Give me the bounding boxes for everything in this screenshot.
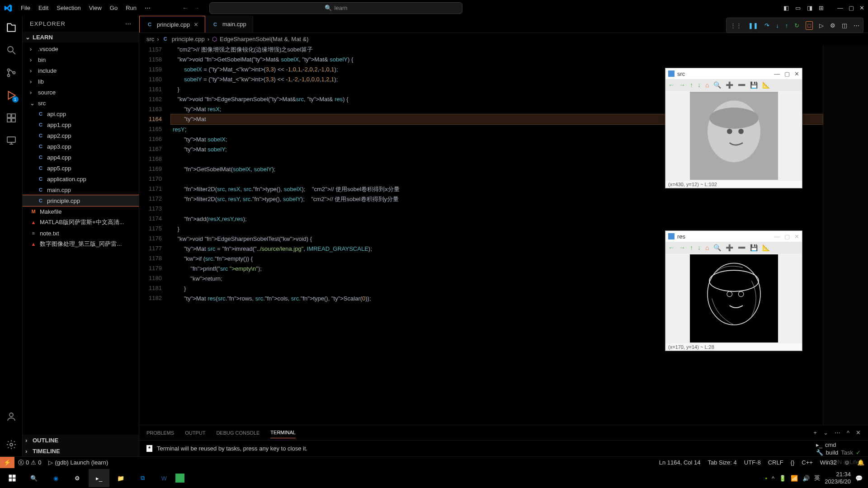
layout-panel-icon[interactable]: ▭: [795, 5, 801, 11]
close-panel-icon[interactable]: ✕: [856, 429, 861, 436]
accounts-icon[interactable]: [5, 410, 18, 423]
more-icon[interactable]: ⋯: [854, 22, 859, 29]
extensions-icon[interactable]: [5, 112, 18, 124]
terminal-session-build[interactable]: 🔧build Task ✓: [816, 449, 861, 456]
layout-sidebar-left-icon[interactable]: ◧: [783, 5, 789, 11]
remote-indicator[interactable]: ⚡: [0, 457, 14, 468]
file-app5.cpp[interactable]: Capp5.cpp: [23, 163, 139, 174]
maximize-icon[interactable]: ▢: [784, 70, 790, 77]
terminal-more-icon[interactable]: ⋯: [835, 429, 840, 436]
stop-icon[interactable]: □: [806, 21, 813, 30]
save-icon[interactable]: 💾: [750, 244, 758, 251]
explorer-icon[interactable]: [5, 21, 18, 34]
status-cursor[interactable]: Ln 1164, Col 14: [656, 459, 704, 466]
settings-gear-icon[interactable]: [5, 438, 18, 451]
app-taskbar-icon[interactable]: [175, 474, 184, 483]
float-titlebar[interactable]: res —▢✕: [665, 231, 802, 242]
home-icon[interactable]: ⌂: [705, 244, 709, 251]
explorer-more-icon[interactable]: ⋯: [125, 20, 132, 27]
debug-more-icon[interactable]: ▷: [819, 22, 824, 29]
word-taskbar-icon[interactable]: W: [154, 469, 175, 487]
taskbar-clock[interactable]: 21:34 2023/6/20: [825, 471, 851, 485]
file-root[interactable]: MMakefile: [23, 206, 139, 217]
vscode-taskbar-icon[interactable]: ⧉: [132, 469, 153, 487]
maximize-icon[interactable]: ▢: [849, 5, 854, 11]
layout-customize-icon[interactable]: ⊞: [819, 5, 824, 11]
timeline-header[interactable]: › TIMELINE: [23, 446, 139, 456]
arrow-left-icon[interactable]: ←: [668, 244, 675, 251]
notifications-icon[interactable]: 💬: [855, 475, 863, 482]
arrow-down-icon[interactable]: ↓: [698, 244, 701, 251]
nav-forward-icon[interactable]: →: [193, 5, 199, 11]
tab-output[interactable]: OUTPUT: [185, 427, 205, 438]
source-control-icon[interactable]: [5, 66, 18, 79]
arrow-left-icon[interactable]: ←: [668, 81, 675, 89]
tray-up-icon[interactable]: ^: [772, 475, 774, 482]
step-out-icon[interactable]: ↑: [785, 22, 788, 29]
status-encoding[interactable]: UTF-8: [741, 459, 764, 466]
file-api.cpp[interactable]: Capi.cpp: [23, 108, 139, 119]
zoom-in-icon[interactable]: ➕: [726, 81, 733, 89]
tray-volume-icon[interactable]: 🔊: [802, 475, 810, 482]
tab-main.cpp[interactable]: Cmain.cpp: [205, 16, 253, 33]
breadcrumb[interactable]: src › C principle.cpp › ⬡ EdgeSharpenSob…: [139, 33, 868, 45]
pause-icon[interactable]: ❚❚: [748, 22, 758, 29]
file-root[interactable]: ▲MATLAB版冈萨雷斯+中文高清...: [23, 217, 139, 228]
search-activity-icon[interactable]: [5, 44, 18, 56]
new-terminal-icon[interactable]: +: [813, 429, 817, 436]
status-lang[interactable]: C++: [798, 459, 816, 466]
tray-nvidia-icon[interactable]: ▪: [765, 475, 767, 482]
breadcrumb-file[interactable]: principle.cpp: [172, 36, 205, 42]
start-button[interactable]: [2, 469, 23, 487]
close-icon[interactable]: ✕: [794, 70, 799, 77]
arrow-down-icon[interactable]: ↓: [698, 81, 701, 89]
float-titlebar[interactable]: src —▢✕: [665, 68, 802, 79]
file-main.cpp[interactable]: Cmain.cpp: [23, 184, 139, 195]
drag-handle-icon[interactable]: ⋮⋮: [730, 22, 742, 29]
minimize-icon[interactable]: —: [774, 70, 780, 77]
file-app3.cpp[interactable]: Capp3.cpp: [23, 141, 139, 152]
save-icon[interactable]: 💾: [750, 81, 758, 89]
tab-terminal[interactable]: TERMINAL: [270, 427, 296, 438]
status-eol[interactable]: CRLF: [764, 459, 787, 466]
file-root[interactable]: ▲数字图像处理_第三版_冈萨雷...: [23, 239, 139, 249]
search-input[interactable]: 🔍 learn: [209, 2, 462, 14]
folder-src[interactable]: ⌄src: [23, 98, 139, 108]
close-icon[interactable]: ✕: [794, 233, 799, 240]
status-launch[interactable]: ▷(gdb) Launch (learn): [45, 457, 112, 468]
zoom-in-icon[interactable]: ➕: [726, 244, 733, 251]
nav-back-icon[interactable]: ←: [182, 5, 188, 11]
debug-toolbar[interactable]: ⋮⋮ ❚❚ ↷ ↓ ↑ ↻ □ ▷ ⚙ ◫ ⋯: [726, 18, 863, 33]
minimize-icon[interactable]: —: [837, 5, 843, 11]
status-brackets[interactable]: {}: [787, 459, 798, 466]
home-icon[interactable]: ⌂: [705, 81, 709, 89]
file-app1.cpp[interactable]: Capp1.cpp: [23, 119, 139, 130]
tab-debug-console[interactable]: DEBUG CONSOLE: [216, 427, 259, 438]
layout-sidebar-right-icon[interactable]: ◨: [807, 5, 812, 11]
terminal-session-cmd[interactable]: ▸_cmd: [816, 441, 861, 448]
settings-taskbar-icon[interactable]: ⚙: [67, 469, 88, 487]
tray-wifi-icon[interactable]: 📶: [791, 475, 798, 482]
image-window-res[interactable]: res —▢✕ ← → ↑ ↓ ⌂ 🔍 ➕ ➖ 💾 📐 (x=170, y=14…: [665, 230, 802, 351]
menu-file[interactable]: File: [17, 3, 34, 13]
restart-icon[interactable]: ↻: [794, 22, 799, 29]
status-errors[interactable]: ⓧ0⚠0: [14, 457, 45, 468]
breadcrumb-folder[interactable]: src: [146, 36, 154, 42]
minimap[interactable]: [823, 45, 868, 425]
file-root[interactable]: ≡note.txt: [23, 228, 139, 239]
terminal-content[interactable]: * Terminal will be reused by tasks, pres…: [139, 441, 868, 456]
menu-edit[interactable]: Edit: [35, 3, 52, 13]
menu-view[interactable]: View: [85, 3, 105, 13]
zoom-out-icon[interactable]: ➖: [738, 81, 745, 89]
breadcrumb-symbol[interactable]: EdgeSharpenSobel(Mat &, Mat &): [220, 36, 309, 42]
config-icon[interactable]: 📐: [762, 244, 770, 251]
menu-go[interactable]: Go: [106, 3, 121, 13]
outline-header[interactable]: › OUTLINE: [23, 435, 139, 446]
search-taskbar-icon[interactable]: 🔍: [24, 469, 44, 487]
file-principle.cpp[interactable]: Cprinciple.cpp: [23, 195, 139, 206]
zoom-out-icon[interactable]: ➖: [738, 244, 745, 251]
tab-principle.cpp[interactable]: Cprinciple.cpp✕: [139, 16, 205, 33]
gear-icon[interactable]: ⚙: [830, 22, 835, 29]
zoom-icon[interactable]: 🔍: [713, 81, 721, 89]
folder-bin[interactable]: ›bin: [23, 54, 139, 65]
